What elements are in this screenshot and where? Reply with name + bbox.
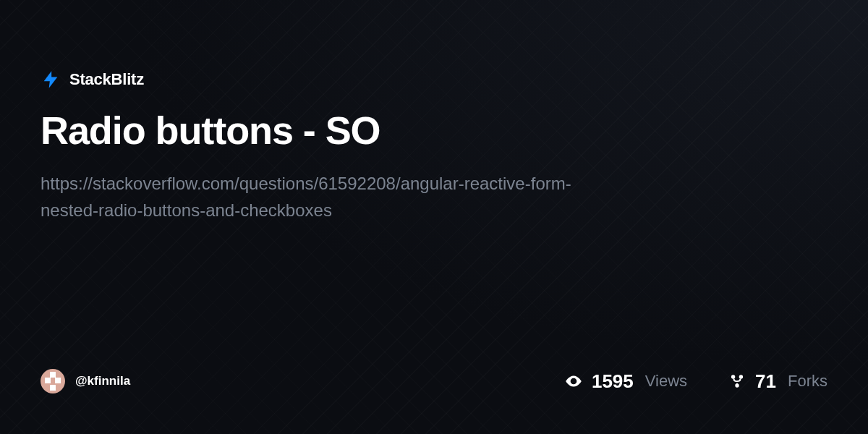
- author-handle: @kfinnila: [75, 374, 130, 388]
- forks-count: 71: [755, 370, 776, 393]
- brand-row: StackBlitz: [41, 69, 827, 90]
- views-count: 1595: [592, 370, 634, 393]
- project-title: Radio buttons - SO: [41, 110, 827, 151]
- forks-stat: 71 Forks: [728, 370, 827, 393]
- author-row[interactable]: @kfinnila: [41, 369, 130, 393]
- project-description: https://stackoverflow.com/questions/6159…: [41, 170, 590, 224]
- stats-row: 1595 Views 71 Forks: [564, 370, 827, 393]
- views-label: Views: [645, 372, 687, 391]
- brand-name: StackBlitz: [69, 70, 144, 89]
- lightning-icon: [41, 69, 61, 90]
- eye-icon: [564, 372, 583, 391]
- fork-icon: [728, 372, 746, 391]
- views-stat: 1595 Views: [564, 370, 687, 393]
- avatar: [41, 369, 65, 393]
- forks-label: Forks: [788, 372, 827, 391]
